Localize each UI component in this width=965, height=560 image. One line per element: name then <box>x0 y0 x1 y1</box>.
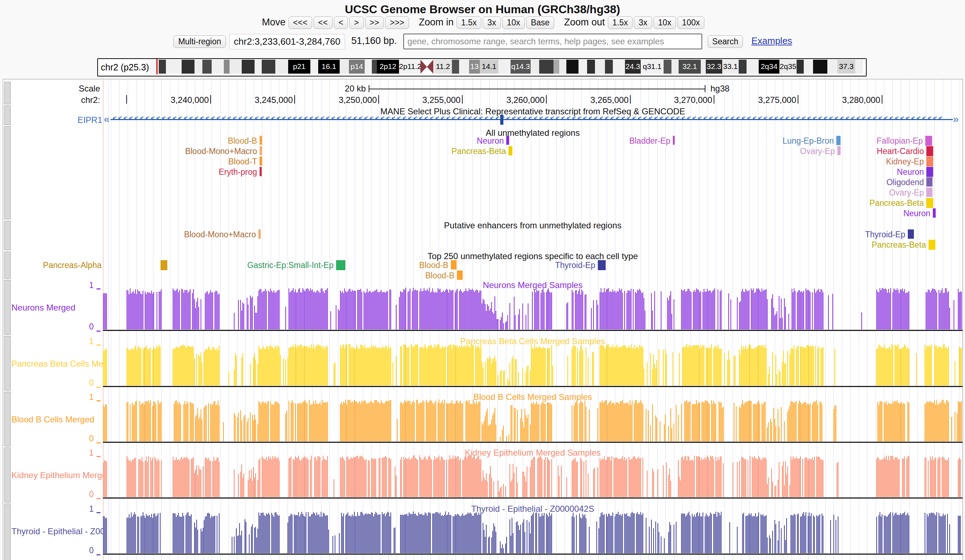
annotation-label-pancreas-beta[interactable]: Pancreas-Beta <box>451 147 506 156</box>
track-drag-handle-0[interactable] <box>4 82 11 104</box>
annotation-feature-ovary-ep[interactable] <box>926 188 932 197</box>
track-drag-handle-5[interactable] <box>4 280 11 335</box>
strand-arrow-icon: < <box>381 115 385 122</box>
signal-bars-2[interactable] <box>103 398 962 441</box>
examples-link[interactable]: Examples <box>751 35 792 46</box>
track-drag-handle-8[interactable] <box>4 447 11 503</box>
signal-bars-4[interactable] <box>103 510 962 553</box>
signal-track-label[interactable]: Thyroid - Epithelial - Z00 <box>11 526 104 536</box>
track-drag-handle-7[interactable] <box>4 392 11 446</box>
zoom-out-button-2[interactable]: 10x <box>654 16 676 29</box>
strand-arrow-icon: < <box>731 115 735 122</box>
move-button-3[interactable]: > <box>349 16 363 29</box>
annotation-label-heart-cardio[interactable]: Heart-Cardio <box>877 147 924 156</box>
annotation-feature-lung-ep-bron[interactable] <box>836 136 841 145</box>
position-box[interactable]: chr2:3,233,601-3,284,760 <box>229 34 345 49</box>
annotation-feature-blood-b[interactable] <box>260 136 262 145</box>
tracks-panel[interactable]: Scale20 kbhg38chr2:3,240,0003,245,0003,2… <box>3 79 963 560</box>
annotation-label-ovary-ep[interactable]: Ovary-Ep <box>800 147 835 156</box>
annotation-feature-blood-mono+macro[interactable] <box>258 229 261 239</box>
signal-bars-3[interactable] <box>103 454 962 497</box>
track-drag-handle-4[interactable] <box>4 251 11 279</box>
annotation-label-bladder-ep[interactable]: Bladder-Ep <box>629 136 671 145</box>
annotation-label-oligodend[interactable]: Oligodend <box>886 178 924 187</box>
move-button-2[interactable]: < <box>334 16 348 29</box>
annotation-label-blood-mono+macro[interactable]: Blood-Mono+Macro <box>184 230 256 239</box>
annotation-feature-thyroid-ep[interactable] <box>908 229 914 239</box>
annotation-label-blood-t[interactable]: Blood-T <box>228 157 257 166</box>
strand-arrow-icon: < <box>146 115 149 122</box>
zoom-in-button-1[interactable]: 3x <box>483 16 500 29</box>
signal-track-label[interactable]: Pancreas Beta Cells Me <box>11 359 103 369</box>
annotation-feature-pancreas-beta[interactable] <box>509 146 512 155</box>
ideogram-band <box>212 60 224 73</box>
track-drag-handle-6[interactable] <box>4 336 11 390</box>
annotation-feature-heart-cardio[interactable] <box>926 146 933 156</box>
annotation-label-ovary-ep[interactable]: Ovary-Ep <box>889 188 924 197</box>
annotation-label-neuron[interactable]: Neuron <box>477 136 504 145</box>
gene-exon[interactable] <box>500 115 504 125</box>
annotation-label-gastric-ep:small-int-ep[interactable]: Gastric-Ep:Small-Int-Ep <box>247 261 334 270</box>
annotation-label-blood-b[interactable]: Blood-B <box>419 261 448 270</box>
annotation-label-pancreas-beta[interactable]: Pancreas-Beta <box>870 198 924 207</box>
signal-bars-1[interactable] <box>103 343 962 385</box>
annotation-feature-blood-b[interactable] <box>457 271 463 280</box>
move-button-0[interactable]: <<< <box>288 16 312 29</box>
track-drag-handle-2[interactable] <box>4 126 11 219</box>
annotation-feature-gastric-ep:small-int-ep[interactable] <box>336 260 345 270</box>
track-drag-handle-9[interactable] <box>4 503 11 560</box>
gene-name[interactable]: EIPR1 <box>78 115 102 125</box>
annotation-label-thyroid-ep[interactable]: Thyroid-Ep <box>555 261 595 270</box>
annotation-feature-blood-b[interactable] <box>451 260 456 269</box>
annotation-label-neuron[interactable]: Neuron <box>897 167 924 176</box>
track-drag-handle-1[interactable] <box>4 105 11 125</box>
signal-track-label[interactable]: Kidney Epithelium Merge <box>11 470 104 480</box>
ideogram-band <box>166 60 182 73</box>
move-button-5[interactable]: >>> <box>385 16 409 29</box>
annotation-label-blood-mono+macro[interactable]: Blood-Mono+Macro <box>185 147 257 156</box>
zoom-out-button-0[interactable]: 1.5x <box>608 16 633 29</box>
zoom-out-button-3[interactable]: 100x <box>677 16 705 29</box>
annotation-feature-neuron[interactable] <box>506 136 509 145</box>
annotation-feature-bladder-ep[interactable] <box>673 136 675 145</box>
ideogram-band-q31.1: q31.1 <box>641 60 664 73</box>
annotation-label-blood-b[interactable]: Blood-B <box>425 271 455 280</box>
annotation-label-fallopian-ep[interactable]: Fallopian-Ep <box>877 136 923 145</box>
move-button-1[interactable]: << <box>314 16 332 29</box>
chromosome-ideogram[interactable]: chr2 (p25.3) p2116.1p142p122p11.211.2131… <box>97 58 867 77</box>
multi-region-button[interactable]: Multi-region <box>173 35 226 48</box>
zoom-in-button-3[interactable]: Base <box>526 16 554 29</box>
zoom-out-button-1[interactable]: 3x <box>634 16 652 29</box>
annotation-feature-pancreas-beta[interactable] <box>929 240 936 250</box>
signal-track-label[interactable]: Blood B Cells Merged <box>11 415 94 424</box>
annotation-feature-oligodend[interactable] <box>926 177 932 186</box>
track-drag-handle-3[interactable] <box>4 221 11 250</box>
annotation-feature-ovary-ep[interactable] <box>837 146 841 155</box>
annotation-label-thyroid-ep[interactable]: Thyroid-Ep <box>865 230 905 239</box>
move-button-4[interactable]: >> <box>365 16 384 29</box>
annotation-label-pancreas-alpha[interactable]: Pancreas-Alpha <box>43 261 101 270</box>
annotation-feature-blood-t[interactable] <box>260 157 262 165</box>
signal-bars-0[interactable] <box>103 287 962 330</box>
annotation-feature-thyroid-ep[interactable] <box>598 260 606 270</box>
search-input[interactable] <box>403 34 702 49</box>
annotation-label-blood-b[interactable]: Blood-B <box>228 136 257 145</box>
annotation-feature-neuron[interactable] <box>933 208 936 218</box>
annotation-feature-eryth-prog[interactable] <box>260 167 262 176</box>
annotation-feature-neuron[interactable] <box>926 167 933 177</box>
annotation-label-neuron[interactable]: Neuron <box>903 209 930 218</box>
signal-track-label[interactable]: Neurons Merged <box>11 303 75 313</box>
strand-arrow-icon: < <box>200 115 204 122</box>
annotation-label-lung-ep-bron[interactable]: Lung-Ep-Bron <box>783 136 834 145</box>
annotation-feature-blood-mono+macro[interactable] <box>260 146 262 155</box>
annotation-feature-fallopian-ep[interactable] <box>925 136 932 146</box>
annotation-feature-pancreas-alpha[interactable] <box>160 260 167 270</box>
annotation-feature-kidney-ep[interactable] <box>926 157 933 167</box>
search-button[interactable]: Search <box>708 35 743 48</box>
annotation-label-kidney-ep[interactable]: Kidney-Ep <box>886 157 924 166</box>
annotation-label-pancreas-beta[interactable]: Pancreas-Beta <box>872 240 926 250</box>
annotation-label-eryth-prog[interactable]: Eryth-prog <box>219 167 257 176</box>
annotation-feature-pancreas-beta[interactable] <box>926 198 933 208</box>
zoom-in-button-2[interactable]: 10x <box>502 16 525 29</box>
zoom-in-button-0[interactable]: 1.5x <box>456 16 481 29</box>
